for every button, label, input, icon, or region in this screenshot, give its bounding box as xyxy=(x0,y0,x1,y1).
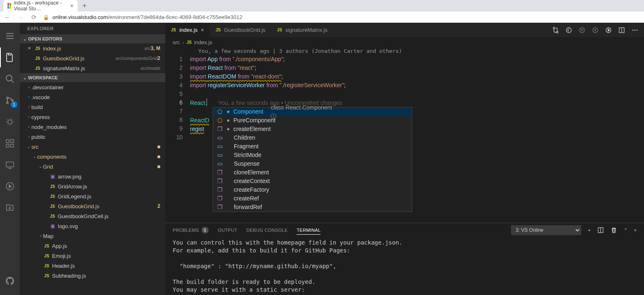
svg-point-13 xyxy=(556,31,558,33)
tab-label: GuestbookGrid.js xyxy=(224,27,265,33)
class-icon: ⬠ xyxy=(216,107,223,116)
explorer-tab[interactable] xyxy=(0,48,20,67)
terminal-output[interactable]: You can control this with the homepage f… xyxy=(165,237,644,295)
item-label: cypress xyxy=(31,114,160,120)
folder-item[interactable]: ›build xyxy=(20,102,165,112)
browser-tab[interactable]: index.js - workspace - Visual Stu… × xyxy=(3,0,78,12)
more-actions-icon[interactable] xyxy=(632,27,638,33)
git-compare-icon[interactable] xyxy=(552,27,559,33)
code-editor[interactable]: 12345678910 import App from "./component… xyxy=(165,55,644,223)
new-tab-button[interactable]: + xyxy=(83,2,86,10)
suggest-item[interactable]: ❒cloneElement xyxy=(213,168,412,177)
item-label: arrow.png xyxy=(58,174,160,180)
js-icon: JS xyxy=(49,214,56,219)
suggest-item[interactable]: ❒★createElement xyxy=(213,125,412,133)
suggest-item[interactable]: ❒createRef xyxy=(213,194,412,203)
open-editor-item[interactable]: JSsignatureMatrix.jssrc/model xyxy=(20,63,165,73)
address-bar[interactable]: 🔒 online.visualstudio.com/environment/7d… xyxy=(43,14,641,20)
close-tab-icon[interactable]: × xyxy=(201,27,204,33)
split-terminal-icon[interactable] xyxy=(597,227,604,233)
cube-icon: ❒ xyxy=(216,186,223,194)
reload-button[interactable]: ⟳ xyxy=(30,14,38,21)
file-item[interactable]: JSGridLegend.js xyxy=(20,191,165,201)
close-tab-icon[interactable]: × xyxy=(70,2,74,9)
suggest-label: Component xyxy=(233,107,263,116)
item-label: GuestbookGridCell.js xyxy=(58,213,160,219)
panel-tabs: PROBLEMS5 OUTPUT DEBUG CONSOLE TERMINAL … xyxy=(165,223,644,237)
folder-item[interactable]: ⌄Grid xyxy=(20,162,165,171)
codelens[interactable]: You, a few seconds ago | 3 authors (Jona… xyxy=(165,47,644,55)
file-item[interactable]: JSEmoji.js xyxy=(20,251,165,261)
workspace-header[interactable]: ⌄WORKSPACE xyxy=(20,73,165,82)
suggest-item[interactable]: ▭Suspense xyxy=(213,159,412,168)
item-label: src xyxy=(31,144,157,150)
kill-terminal-icon[interactable] xyxy=(611,227,617,233)
folder-item[interactable]: ›Map xyxy=(20,231,165,241)
item-label: node_modules xyxy=(31,124,160,130)
folder-item[interactable]: ›.vscode xyxy=(20,92,165,102)
explorer-sidebar: EXPLORER ⌄OPEN EDITORS ×JSindex.jssrc3, … xyxy=(20,23,165,295)
editor-tab[interactable]: JSsignatureMatrix.js xyxy=(271,23,333,37)
close-icon[interactable]: × xyxy=(26,45,32,51)
search-tab[interactable] xyxy=(0,69,20,89)
file-item[interactable]: JSHeader.js xyxy=(20,261,165,271)
maximize-panel-icon[interactable]: ⌃ xyxy=(624,228,627,233)
file-item[interactable]: JSSubheading.js xyxy=(20,271,165,281)
folder-item[interactable]: ›cypress xyxy=(20,112,165,122)
output-tab[interactable]: OUTPUT xyxy=(218,228,237,233)
folder-item[interactable]: ⌄src xyxy=(20,142,165,152)
suggest-item[interactable]: ⬠★Componentclass React.Componentⓘ xyxy=(213,107,412,116)
open-editors-header[interactable]: ⌄OPEN EDITORS xyxy=(20,34,165,43)
scm-tab[interactable]: 1 xyxy=(0,90,20,110)
close-panel-icon[interactable]: × xyxy=(634,228,637,233)
browser-chrome: index.js - workspace - Visual Stu… × + ←… xyxy=(0,0,644,23)
browser-tab-title: index.js - workspace - Visual Stu… xyxy=(14,0,65,12)
file-path: src/components/Grid xyxy=(116,56,157,61)
account-tab[interactable] xyxy=(0,271,20,291)
file-item[interactable]: JSApp.js xyxy=(20,241,165,251)
suggest-item[interactable]: ▭Children xyxy=(213,133,412,142)
file-item[interactable]: ▣logo.svg xyxy=(20,221,165,231)
terminal-tab[interactable]: TERMINAL xyxy=(297,228,321,235)
file-item[interactable]: JSGridArrow.js xyxy=(20,181,165,191)
intellisense-popup[interactable]: ⬠★Componentclass React.Componentⓘ⬠★PureC… xyxy=(213,107,412,212)
menu-button[interactable] xyxy=(0,26,20,46)
split-editor-icon[interactable] xyxy=(618,27,625,33)
git-modified-dot xyxy=(157,145,160,148)
new-terminal-icon[interactable]: + xyxy=(588,228,590,233)
suggest-label: StrictMode xyxy=(234,151,261,159)
revert-icon[interactable] xyxy=(566,27,572,33)
terminal-select[interactable]: 3: VS Online xyxy=(511,225,581,235)
remote-tab[interactable] xyxy=(0,155,20,175)
github-tab[interactable] xyxy=(0,198,20,218)
folder-item[interactable]: ›.devcontainer xyxy=(20,82,165,92)
open-editor-item[interactable]: JSGuestbookGrid.jssrc/components/Grid2 xyxy=(20,53,165,63)
next-change-icon[interactable] xyxy=(592,27,599,33)
editor-tab[interactable]: JSGuestbookGrid.js xyxy=(210,23,271,37)
forward-button[interactable]: → xyxy=(17,14,25,21)
folder-item[interactable]: ›node_modules xyxy=(20,122,165,132)
file-item[interactable]: JSGuestbookGridCell.js xyxy=(20,211,165,221)
prev-change-icon[interactable] xyxy=(579,27,585,33)
folder-item[interactable]: ›public xyxy=(20,132,165,142)
run-icon[interactable] xyxy=(605,27,612,33)
liveshare-tab[interactable] xyxy=(0,176,20,196)
file-item[interactable]: JSGuestbookGrid.js2 xyxy=(20,201,165,211)
breadcrumb[interactable]: src › JS index.js xyxy=(165,37,644,47)
suggest-item[interactable]: ▭StrictMode xyxy=(213,151,412,159)
folder-item[interactable]: ⌄components xyxy=(20,152,165,162)
suggest-item[interactable]: ❒createFactory xyxy=(213,186,412,194)
extensions-tab[interactable] xyxy=(0,133,20,153)
debug-console-tab[interactable]: DEBUG CONSOLE xyxy=(246,228,288,233)
suggest-item[interactable]: ▭Fragment xyxy=(213,142,412,151)
suggest-item[interactable]: ❒forwardRef xyxy=(213,203,412,212)
file-item[interactable]: ▣arrow.png xyxy=(20,171,165,181)
back-button[interactable]: ← xyxy=(3,14,12,21)
tab-label: signatureMatrix.js xyxy=(285,27,328,33)
chevron-right-icon: › xyxy=(26,115,31,119)
open-editor-item[interactable]: ×JSindex.jssrc3, M xyxy=(20,43,165,53)
problems-tab[interactable]: PROBLEMS5 xyxy=(173,227,209,233)
debug-tab[interactable] xyxy=(0,112,20,132)
editor-tab[interactable]: JSindex.js× xyxy=(165,23,210,37)
suggest-item[interactable]: ❒createContext xyxy=(213,177,412,186)
